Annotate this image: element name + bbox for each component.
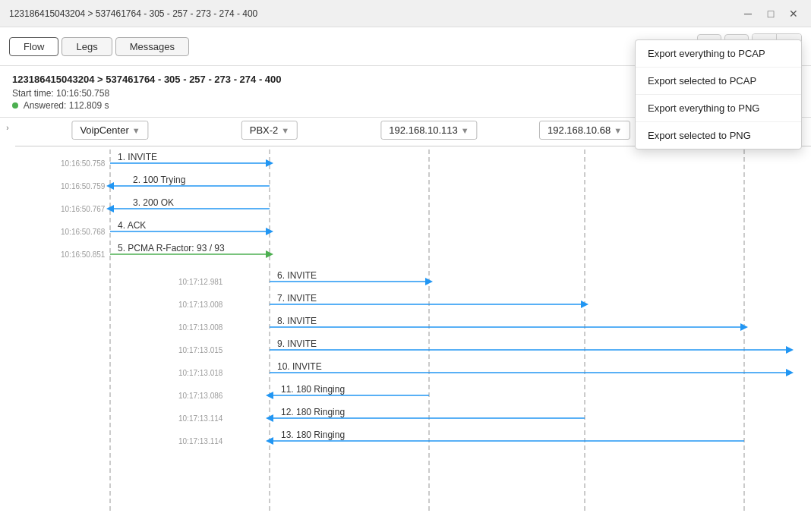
collapse-button[interactable]: › (0, 118, 15, 522)
time-9: 10:17:13.015 (178, 346, 223, 354)
time-2: 10:16:50.759 (61, 182, 106, 190)
col-ip113: 192.168.10.113 ▼ (380, 121, 477, 140)
label-11: 11. 180 Ringing (281, 384, 345, 395)
label-5: 5. PCMA R-Factor: 93 / 93 (118, 243, 225, 253)
maximize-button[interactable]: □ (762, 5, 779, 22)
title-bar: 123186415043204 > 537461764 - 305 - 257 … (0, 0, 811, 27)
label-4: 4. ACK (118, 220, 146, 231)
window-controls: ─ □ ✕ (740, 5, 802, 22)
label-8: 8. INVITE (277, 316, 317, 326)
label-2: 2. 100 Trying (133, 175, 185, 185)
flow-svg: 10:16:50.758 1. INVITE 10:16:50.759 2. 1… (15, 150, 805, 514)
tab-legs[interactable]: Legs (62, 37, 112, 56)
time-10: 10:17:13.018 (178, 369, 223, 377)
window-title: 123186415043204 > 537461764 - 305 - 257 … (9, 8, 257, 19)
label-3: 3. 200 OK (133, 197, 174, 208)
col-pbx2: PBX-2 ▼ (241, 121, 298, 140)
col-filter-icon: ▼ (132, 126, 140, 135)
label-12: 12. 180 Ringing (281, 407, 345, 417)
col-filter-icon3: ▼ (461, 126, 469, 135)
label-7: 7. INVITE (277, 293, 317, 304)
time-4: 10:16:50.768 (61, 228, 106, 236)
time-11: 10:17:13.086 (178, 392, 223, 400)
export-all-pcap[interactable]: Export everything to PCAP (636, 40, 801, 68)
col-ip68: 192.168.10.68 ▼ (539, 121, 630, 140)
close-button[interactable]: ✕ (785, 5, 802, 22)
export-selected-pcap[interactable]: Export selected to PCAP (636, 68, 801, 95)
status-indicator (12, 102, 18, 109)
time-3: 10:16:50.767 (61, 205, 106, 213)
time-8: 10:17:13.008 (178, 323, 223, 332)
time-12: 10:17:13.114 (178, 414, 223, 423)
sequence-diagram: VoipCenter ▼ PBX-2 ▼ 192.168.10.113 ▼ 19… (15, 118, 811, 522)
tab-flow[interactable]: Flow (9, 37, 58, 56)
time-7: 10:17:13.008 (178, 301, 223, 309)
label-13: 13. 180 Ringing (281, 430, 345, 440)
flow-area[interactable]: › VoipCenter ▼ PBX-2 ▼ 192.168.10.113 ▼ … (0, 118, 811, 522)
col-filter-icon4: ▼ (614, 126, 622, 135)
arrowhead-10 (786, 369, 794, 376)
time-6: 10:17:12.981 (178, 278, 223, 286)
col-filter-icon2: ▼ (281, 126, 289, 135)
export-selected-png[interactable]: Export selected to PNG (636, 122, 801, 149)
label-1: 1. INVITE (118, 152, 157, 162)
time-1: 10:16:50.758 (61, 159, 106, 168)
label-10: 10. INVITE (277, 361, 322, 372)
col-voipcenter: VoipCenter ▼ (71, 121, 148, 140)
label-9: 9. INVITE (277, 338, 317, 349)
export-all-png[interactable]: Export everything to PNG (636, 95, 801, 122)
tab-messages[interactable]: Messages (115, 37, 189, 56)
label-6: 6. INVITE (277, 270, 317, 281)
time-5: 10:16:50.851 (61, 250, 106, 259)
arrowhead-9 (786, 346, 794, 354)
time-13: 10:17:13.114 (178, 437, 223, 445)
export-dropdown: Export everything to PCAP Export selecte… (635, 39, 802, 150)
minimize-button[interactable]: ─ (740, 5, 756, 22)
